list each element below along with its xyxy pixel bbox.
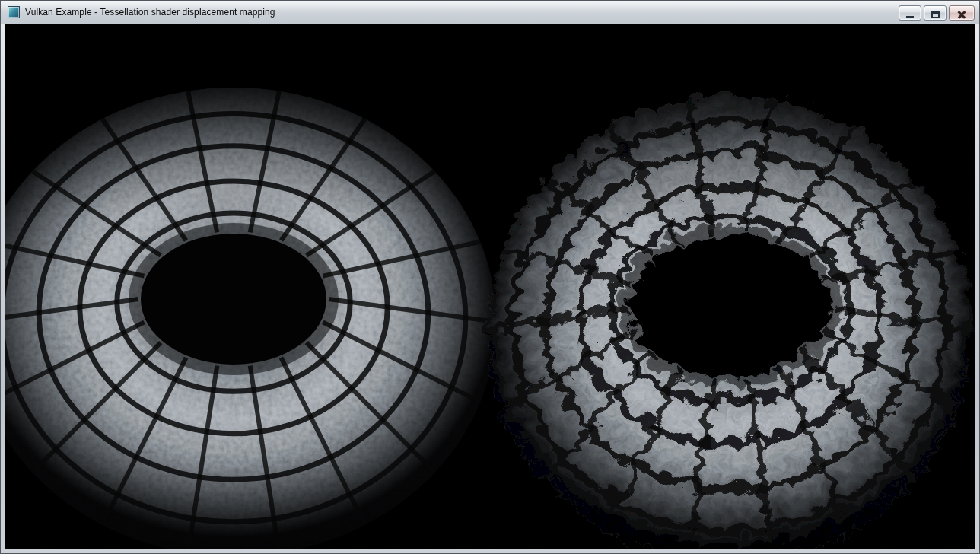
titlebar[interactable]: Vulkan Example - Tessellation shader dis… (1, 1, 979, 24)
minimize-button[interactable] (899, 5, 921, 21)
app-icon[interactable] (8, 6, 20, 18)
close-button[interactable] (949, 5, 975, 21)
maximize-icon (931, 11, 940, 18)
window-title: Vulkan Example - Tessellation shader dis… (25, 7, 275, 18)
app-window: Vulkan Example - Tessellation shader dis… (0, 0, 980, 554)
render-viewport[interactable] (5, 24, 975, 549)
minimize-icon (906, 16, 914, 18)
window-controls (899, 4, 975, 21)
torus-right-displacement-mapped (483, 91, 967, 549)
maximize-button[interactable] (924, 5, 947, 21)
close-icon (957, 10, 966, 19)
